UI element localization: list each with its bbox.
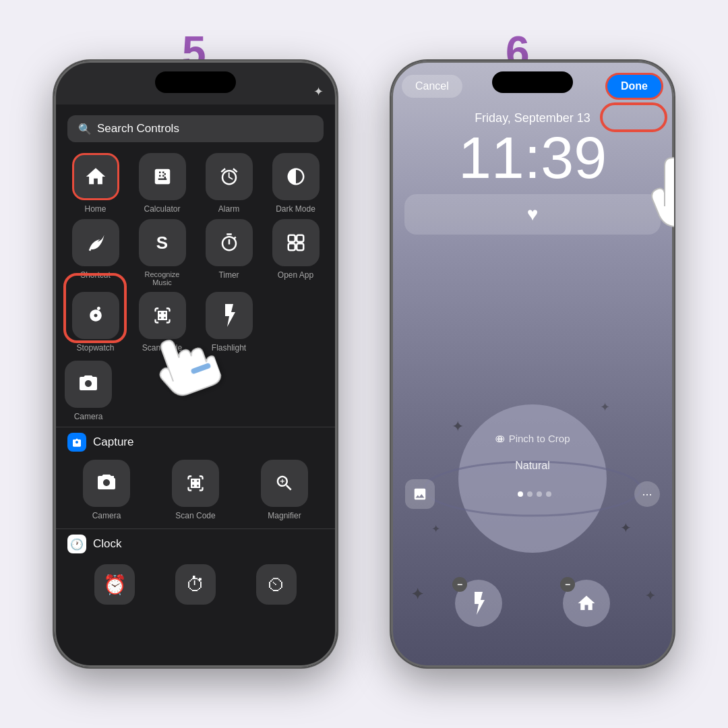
photo-filter-strip: ··· <box>405 479 660 509</box>
dots-strip <box>518 491 551 497</box>
saturn-illustration: ✦ ✦ ✦ ✦ <box>418 384 647 573</box>
svg-point-13 <box>458 404 607 553</box>
flashlight-label: Flashlight <box>212 343 246 353</box>
magnifier-control[interactable]: Magnifier <box>243 460 326 520</box>
photo-gallery-btn[interactable] <box>405 479 435 509</box>
lock-screen: Cancel Done Friday, September 13 11:39 ♥ <box>391 61 674 667</box>
natural-label: Natural <box>515 460 550 472</box>
timer-control[interactable]: Timer <box>198 219 260 286</box>
svg-rect-8 <box>191 479 195 483</box>
capture-controls-grid: Camera Scan Code Magnifier <box>54 457 337 523</box>
stopwatch-control[interactable]: Stopwatch <box>65 292 126 353</box>
dot-1 <box>518 491 523 497</box>
svg-rect-4 <box>158 311 162 315</box>
clock-icon: 🕐 <box>67 535 86 553</box>
svg-rect-2 <box>288 243 295 250</box>
phone-1: ✦ 🔍 Search Controls Home <box>54 61 337 667</box>
shortcut-control[interactable]: Shortcut <box>65 219 126 286</box>
capture-section-header: Capture <box>54 427 337 457</box>
alarm-icon-wrap <box>206 153 253 200</box>
svg-text:✦: ✦ <box>600 400 610 414</box>
capture-scan-control[interactable]: Scan Code <box>154 460 237 520</box>
svg-text:✦: ✦ <box>431 523 440 535</box>
home-control[interactable]: Home <box>65 153 126 214</box>
more-options-btn[interactable]: ··· <box>634 481 660 507</box>
search-bar[interactable]: 🔍 Search Controls <box>67 115 324 142</box>
stopwatch-icon-wrap <box>72 292 119 339</box>
home-label: Home <box>84 204 106 214</box>
capture-camera-label: Camera <box>92 511 121 520</box>
bottom-widgets: − − <box>391 580 674 627</box>
svg-rect-3 <box>297 243 303 250</box>
dark-mode-control[interactable]: Dark Mode <box>265 153 326 214</box>
clock-title: Clock <box>93 537 122 551</box>
shazam-icon-wrap: S <box>139 219 186 266</box>
svg-rect-7 <box>163 316 166 320</box>
svg-text:✦: ✦ <box>620 520 632 535</box>
recognize-music-label: RecognizeMusic <box>145 270 180 286</box>
cancel-button[interactable]: Cancel <box>402 75 462 98</box>
home-widget[interactable]: − <box>563 580 610 627</box>
magnifier-icon <box>261 460 308 507</box>
capture-scan-icon <box>172 460 219 507</box>
capture-scan-label: Scan Code <box>175 511 215 520</box>
flashlight-widget[interactable]: − <box>455 580 502 627</box>
phone2-dynamic-island <box>492 71 573 93</box>
done-button[interactable]: Done <box>605 73 663 100</box>
calculator-control[interactable]: Calculator <box>131 153 193 214</box>
shortcut-icon-wrap <box>72 219 119 266</box>
dark-mode-label: Dark Mode <box>276 204 315 214</box>
clock-item-2[interactable]: ⏱ <box>175 564 216 605</box>
clock-section-header: 🕐 Clock <box>54 528 337 559</box>
clock-item-1[interactable]: ⏰ <box>94 564 135 605</box>
recognize-music-control[interactable]: S RecognizeMusic <box>131 219 193 286</box>
bottom-icons-row: ⏰ ⏱ ⏲ <box>54 559 337 610</box>
heart-widget[interactable]: ♥ <box>404 194 661 235</box>
alarm-control[interactable]: Alarm <box>198 153 260 214</box>
svg-rect-10 <box>191 484 195 487</box>
flashlight-remove-btn[interactable]: − <box>452 577 467 592</box>
search-input-text[interactable]: Search Controls <box>97 122 179 135</box>
svg-rect-9 <box>196 479 200 483</box>
camera-solo-label: Camera <box>74 412 103 421</box>
main-container: 5 6 ✦ 🔍 Search Controls <box>0 0 728 728</box>
home-remove-btn[interactable]: − <box>560 577 575 592</box>
hand-pointer-2 <box>640 142 674 232</box>
dot-3 <box>537 491 542 497</box>
pinch-to-crop-label: ⊕ ⊕ Pinch to Crop <box>495 433 570 445</box>
heart-icon: ♥ <box>527 204 539 225</box>
capture-icon <box>67 433 86 452</box>
magnifier-label: Magnifier <box>268 511 301 520</box>
svg-rect-5 <box>163 311 166 315</box>
calculator-label: Calculator <box>144 204 180 214</box>
dot-4 <box>546 491 551 497</box>
star-deco-2: ✦ <box>645 588 655 603</box>
open-app-control[interactable]: Open App <box>265 219 326 286</box>
lock-screen-time: 11:39 <box>391 128 674 187</box>
svg-rect-0 <box>288 235 295 242</box>
svg-rect-6 <box>158 316 162 320</box>
flashlight-icon-wrap <box>206 292 253 339</box>
open-app-icon-wrap <box>272 219 320 266</box>
camera-solo-control[interactable]: Camera <box>65 361 112 421</box>
alarm-label: Alarm <box>218 204 239 214</box>
capture-camera-control[interactable]: Camera <box>65 460 148 520</box>
timer-label: Timer <box>218 270 239 280</box>
star-decoration: ✦ <box>313 84 324 99</box>
dot-2 <box>527 491 533 497</box>
calculator-icon-wrap <box>139 153 186 200</box>
svg-rect-1 <box>297 235 303 242</box>
svg-text:✦: ✦ <box>452 418 464 435</box>
capture-camera-icon <box>83 460 130 507</box>
stopwatch-label: Stopwatch <box>76 343 114 353</box>
star-deco-1: ✦ <box>411 586 423 603</box>
svg-rect-11 <box>196 484 200 487</box>
camera-solo-icon-wrap <box>65 361 112 408</box>
search-icon: 🔍 <box>78 123 92 135</box>
phone-2: Cancel Done Friday, September 13 11:39 ♥ <box>391 61 674 667</box>
open-app-label: Open App <box>278 270 313 280</box>
capture-title: Capture <box>93 435 133 449</box>
shortcut-label: Shortcut <box>80 270 111 280</box>
clock-item-3[interactable]: ⏲ <box>256 564 297 605</box>
dark-mode-icon-wrap <box>272 153 320 200</box>
